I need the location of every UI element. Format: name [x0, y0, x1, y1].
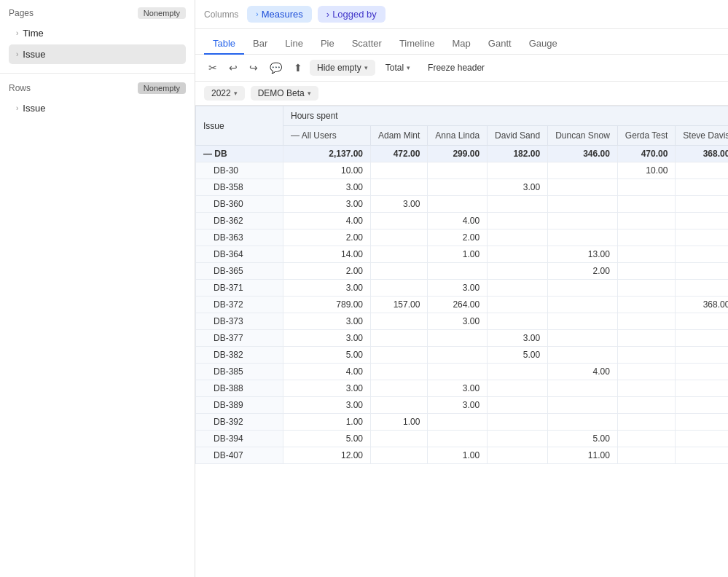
cell-anna_linda [428, 179, 488, 196]
cell-steve_davis [676, 213, 728, 229]
sidebar-row-issue[interactable]: › Issue [9, 98, 186, 118]
project-filter[interactable]: DEMO Beta ▾ [251, 86, 318, 101]
cell-gerda_test [617, 229, 675, 246]
cell-steve_davis [676, 179, 728, 196]
cell-duncan_snow: 2.00 [548, 263, 618, 280]
cell-all_users: 3.00 [283, 330, 371, 347]
sidebar-item-time[interactable]: › Time [9, 23, 186, 43]
cell-all_users: 3.00 [283, 313, 371, 330]
table-row: DB-3945.005.00 [196, 431, 729, 447]
hide-empty-button[interactable]: Hide empty ▾ [310, 60, 375, 76]
table-row: DB-3652.002.00 [196, 263, 729, 280]
sidebar-item-issue[interactable]: › Issue [9, 44, 186, 64]
table-row: — DB2,137.00472.00299.00182.00346.00470.… [196, 146, 729, 162]
tab-pie[interactable]: Pie [312, 34, 343, 55]
freeze-header-button[interactable]: Freeze header [420, 60, 492, 76]
cell-duncan_snow [548, 280, 618, 297]
cell-gerda_test [617, 313, 675, 330]
cell-all_users: 12.00 [283, 447, 371, 464]
cell-duncan_snow: 11.00 [548, 447, 618, 464]
cell-adam_mint [371, 313, 428, 330]
cell-all_users: 2.00 [283, 229, 371, 246]
cut-button[interactable]: ✂ [204, 59, 222, 76]
sidebar-divider [0, 73, 195, 74]
cell-duncan_snow [548, 213, 618, 229]
sidebar-row-issue-label: Issue [23, 103, 45, 114]
cell-adam_mint [371, 380, 428, 397]
cell-adam_mint [371, 330, 428, 347]
cell-steve_davis [676, 364, 728, 380]
cell-gerda_test [617, 263, 675, 280]
rows-section: Rows Nonempty › Issue [0, 78, 195, 124]
pages-label: Pages [9, 8, 34, 18]
table-row: DB-3921.001.00 [196, 414, 729, 431]
cell-all_users: 3.00 [283, 179, 371, 196]
cell-david_sand: 3.00 [488, 179, 548, 196]
undo-button[interactable]: ↩ [224, 59, 242, 76]
comment-button[interactable]: 💬 [265, 59, 286, 76]
cell-gerda_test [617, 447, 675, 464]
cell-david_sand: 182.00 [488, 146, 548, 162]
total-button[interactable]: Total ▾ [378, 60, 418, 76]
table-row: DB-3583.003.00 [196, 179, 729, 196]
cell-adam_mint: 472.00 [371, 146, 428, 162]
cell-issue: DB-358 [196, 179, 283, 196]
cell-gerda_test [617, 380, 675, 397]
cell-anna_linda: 3.00 [428, 280, 488, 297]
cell-all_users: 3.00 [283, 380, 371, 397]
tab-timeline[interactable]: Timeline [391, 34, 444, 55]
cell-duncan_snow [548, 330, 618, 347]
cell-gerda_test [617, 431, 675, 447]
columns-bar: Columns › Measures › Logged by [195, 0, 728, 29]
tab-line[interactable]: Line [276, 34, 312, 55]
subcol-duncan-snow: Duncan Snow [548, 126, 618, 146]
cell-gerda_test [617, 280, 675, 297]
main-content: Columns › Measures › Logged by Table Bar… [195, 0, 728, 577]
tab-gauge[interactable]: Gauge [520, 34, 566, 55]
table-body: — DB2,137.00472.00299.00182.00346.00470.… [196, 146, 729, 464]
cell-gerda_test [617, 414, 675, 431]
year-filter[interactable]: 2022 ▾ [204, 86, 245, 101]
cell-gerda_test [617, 364, 675, 380]
upload-button[interactable]: ⬆ [289, 59, 307, 76]
cell-anna_linda [428, 162, 488, 179]
tab-map[interactable]: Map [444, 34, 480, 55]
cell-issue: DB-373 [196, 313, 283, 330]
tab-scatter[interactable]: Scatter [343, 34, 391, 55]
cell-duncan_snow [548, 313, 618, 330]
logged-by-pill[interactable]: › Logged by [318, 6, 385, 23]
chevron-right-icon: › [16, 29, 18, 37]
tab-gantt[interactable]: Gantt [480, 34, 520, 55]
table-wrapper[interactable]: Issue Hours spent — All Users Adam Mint … [195, 106, 728, 577]
cell-issue: DB-382 [196, 347, 283, 364]
measures-pill[interactable]: › Measures [247, 6, 311, 23]
cell-all_users: 2.00 [283, 263, 371, 280]
cell-adam_mint [371, 447, 428, 464]
rows-nonempty-button[interactable]: Nonempty [138, 82, 186, 94]
cell-david_sand [488, 313, 548, 330]
cell-steve_davis [676, 380, 728, 397]
cell-issue: DB-371 [196, 280, 283, 297]
cell-all_users: 10.00 [283, 162, 371, 179]
cell-steve_davis [676, 280, 728, 297]
cell-david_sand [488, 263, 548, 280]
logged-by-arrow-icon: › [326, 9, 329, 20]
tab-table[interactable]: Table [204, 34, 244, 55]
cell-issue: DB-363 [196, 229, 283, 246]
chevron-down-icon: › [16, 50, 18, 58]
freeze-header-label: Freeze header [428, 63, 485, 73]
logged-by-pill-label: Logged by [332, 9, 377, 20]
cell-issue: DB-364 [196, 246, 283, 263]
project-filter-label: DEMO Beta [258, 88, 305, 98]
cell-issue: DB-394 [196, 431, 283, 447]
cell-issue: DB-360 [196, 196, 283, 213]
table-row: DB-3854.004.00 [196, 364, 729, 380]
tab-bar[interactable]: Bar [244, 34, 276, 55]
table-row: DB-3883.003.00 [196, 380, 729, 397]
cell-anna_linda [428, 431, 488, 447]
cell-all_users: 3.00 [283, 397, 371, 414]
pages-nonempty-button[interactable]: Nonempty [138, 7, 186, 19]
redo-button[interactable]: ↪ [245, 59, 262, 76]
cell-gerda_test: 10.00 [617, 162, 675, 179]
cell-anna_linda [428, 330, 488, 347]
